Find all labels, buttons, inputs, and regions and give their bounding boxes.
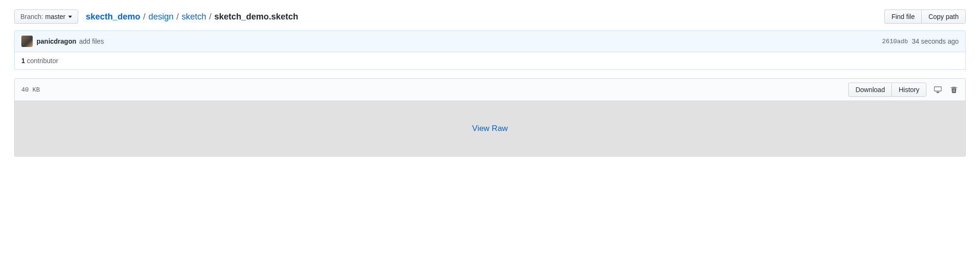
commit-message: add files [79, 37, 882, 45]
history-button[interactable]: History [891, 83, 926, 97]
branch-select-button[interactable]: Branch: master [14, 9, 78, 24]
download-button[interactable]: Download [848, 83, 891, 97]
commit-sha-link[interactable]: 2610adb [882, 38, 908, 45]
file-header: 40 KB Download History [15, 79, 965, 101]
contributor-count: 1 [21, 57, 25, 65]
breadcrumb-repo-link[interactable]: skecth_demo [86, 12, 140, 22]
view-raw-link[interactable]: View Raw [472, 124, 508, 133]
commit-author-link[interactable]: panicdragon [36, 37, 76, 45]
file-action-group: Download History [848, 83, 926, 97]
contributor-label: contributor [27, 57, 58, 65]
branch-label: Branch: [20, 13, 43, 20]
breadcrumb-separator: / [143, 12, 145, 22]
avatar[interactable] [21, 36, 33, 47]
desktop-icon[interactable] [933, 85, 943, 94]
breadcrumb-file: sketch_demo.sketch [214, 12, 298, 22]
top-row: Branch: master skecth_demo / design / sk… [14, 9, 966, 24]
trash-icon[interactable] [949, 85, 959, 94]
find-file-button[interactable]: Find file [884, 9, 921, 24]
file-box: 40 KB Download History View Raw [14, 78, 966, 157]
breadcrumb-separator: / [176, 12, 179, 22]
commit-time: 34 seconds ago [912, 37, 959, 45]
file-body: View Raw [15, 101, 965, 156]
breadcrumb-path-link[interactable]: design [148, 12, 173, 22]
caret-down-icon [68, 16, 72, 18]
breadcrumb-separator: / [209, 12, 211, 22]
contributors-row: 1 contributor [15, 52, 965, 69]
top-action-group: Find file Copy path [884, 9, 966, 24]
branch-name: master [45, 13, 65, 20]
commit-row: panicdragon add files 2610adb 34 seconds… [15, 31, 965, 52]
breadcrumb: skecth_demo / design / sketch / sketch_d… [86, 12, 884, 22]
file-size: 40 KB [21, 86, 848, 93]
breadcrumb-path-link[interactable]: sketch [181, 12, 206, 22]
copy-path-button[interactable]: Copy path [921, 9, 966, 24]
file-actions: Download History [848, 83, 959, 97]
commit-box: panicdragon add files 2610adb 34 seconds… [14, 30, 966, 70]
